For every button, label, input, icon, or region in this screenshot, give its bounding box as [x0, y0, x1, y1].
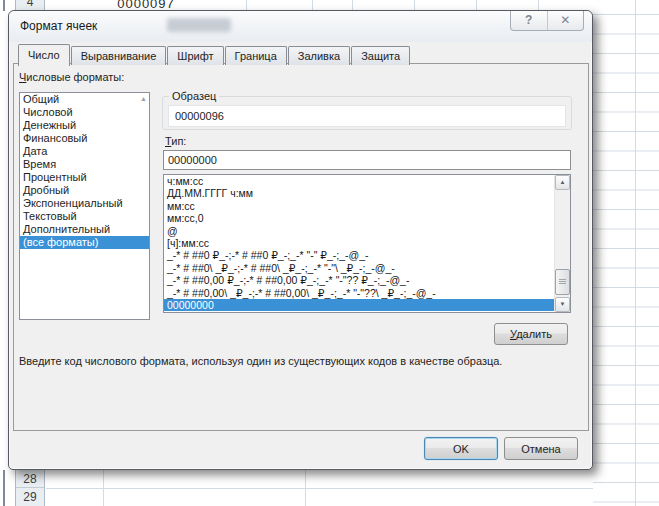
category-item[interactable]: Дата: [20, 145, 149, 158]
sample-preview: 00000096: [168, 105, 566, 127]
tab-font[interactable]: Шрифт: [167, 46, 223, 65]
format-code-item[interactable]: _-* # ##0,00\ _₽_-;-* # ##0,00\ _₽_-;_-*…: [164, 287, 554, 299]
format-cells-dialog: Формат ячеек ? ✕ Число Выравнивание Шриф…: [8, 10, 593, 470]
scrollbar[interactable]: ▲ ▼: [554, 175, 570, 312]
sheet-edge: [3, 0, 5, 11]
dialog-title: Формат ячеек: [20, 19, 97, 33]
type-label: Тип:: [165, 135, 186, 147]
close-icon: ✕: [560, 13, 570, 27]
tab-number[interactable]: Число: [18, 44, 70, 66]
tab-alignment[interactable]: Выравнивание: [71, 46, 167, 65]
format-code-item[interactable]: @: [164, 225, 554, 237]
help-icon: ?: [525, 13, 532, 27]
excel-bottom-strip: 28 29: [0, 470, 593, 506]
category-item[interactable]: Дополнительный: [20, 223, 149, 236]
scroll-up-icon[interactable]: ▲: [140, 95, 147, 103]
description-text: Введите код числового формата, используя…: [19, 355, 579, 367]
format-code-item-selected[interactable]: 00000000: [164, 299, 554, 311]
cancel-button[interactable]: Отмена: [504, 437, 578, 460]
scroll-down-icon[interactable]: ▼: [555, 297, 570, 312]
format-code-item[interactable]: _-* # ##0 ₽_-;-* # ##0 ₽_-;_-* "-" ₽_-;_…: [164, 249, 554, 261]
category-item[interactable]: Текстовый: [20, 210, 149, 223]
number-tab-page: Числовые форматы: Общий Числовой Денежны…: [13, 63, 589, 431]
ok-button[interactable]: OK: [424, 437, 498, 460]
dialog-titlebar[interactable]: Формат ячеек ? ✕: [9, 11, 592, 42]
close-button[interactable]: ✕: [547, 11, 584, 30]
tab-fill[interactable]: Заливка: [288, 46, 350, 65]
category-item[interactable]: Экспоненциальный: [20, 197, 149, 210]
format-code-item[interactable]: ч:мм:сс: [164, 175, 554, 187]
format-code-item[interactable]: [ч]:мм:сс: [164, 237, 554, 249]
category-item[interactable]: Время: [20, 158, 149, 171]
delete-button[interactable]: Удалить: [494, 323, 568, 345]
format-code-item[interactable]: мм:сс,0: [164, 212, 554, 224]
row-headers: 28 29: [15, 470, 45, 506]
format-code-listbox[interactable]: ч:мм:сс ДД.ММ.ГГГГ ч:мм мм:сс мм:сс,0 @ …: [163, 174, 571, 313]
category-item[interactable]: Финансовый: [20, 132, 149, 145]
category-listbox[interactable]: Общий Числовой Денежный Финансовый Дата …: [19, 92, 150, 320]
scrollbar-thumb[interactable]: [555, 269, 570, 295]
category-item[interactable]: Числовой: [20, 106, 149, 119]
format-code-item[interactable]: ДД.ММ.ГГГГ ч:мм: [164, 187, 554, 199]
format-code-item[interactable]: _-* # ##0,00 ₽_-;-* # ##0,00 ₽_-;_-* "-"…: [164, 274, 554, 286]
category-item[interactable]: Денежный: [20, 119, 149, 132]
tab-protection[interactable]: Защита: [351, 46, 410, 65]
category-item[interactable]: Дробный: [20, 184, 149, 197]
scroll-up-icon[interactable]: ▲: [555, 175, 570, 190]
sample-value: 00000096: [169, 106, 565, 122]
redacted-text: [167, 18, 231, 32]
category-item-selected[interactable]: (все форматы): [20, 236, 149, 249]
tab-strip: Число Выравнивание Шрифт Граница Заливка…: [18, 44, 411, 65]
category-item[interactable]: Общий: [20, 93, 149, 106]
caption-buttons: ? ✕: [510, 11, 584, 31]
row-header-29: 29: [16, 488, 44, 506]
format-code-item[interactable]: мм:сс: [164, 200, 554, 212]
category-item[interactable]: Процентный: [20, 171, 149, 184]
tab-border[interactable]: Граница: [225, 46, 287, 65]
categories-label: Числовые форматы:: [19, 71, 124, 83]
type-input[interactable]: [163, 150, 571, 170]
row-header-28: 28: [16, 470, 44, 488]
format-code-item[interactable]: _-* # ##0\ _₽_-;-* # ##0\ _₽_-;_-* "-"\ …: [164, 262, 554, 274]
sample-legend: Образец: [169, 90, 219, 102]
excel-right-strip: [593, 0, 659, 506]
help-button[interactable]: ?: [511, 11, 547, 30]
sample-groupbox: Образец 00000096: [162, 96, 572, 130]
